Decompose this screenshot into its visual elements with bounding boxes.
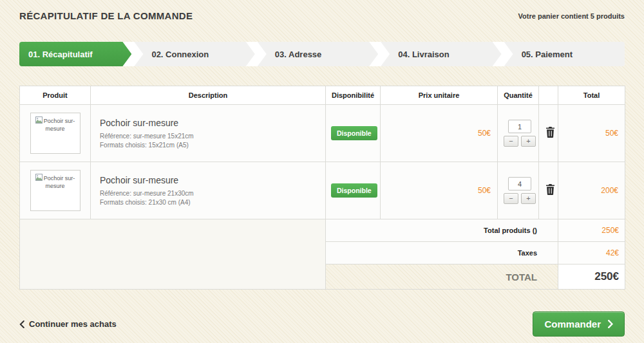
product-image-alt: Pochoir sur-mesure [44,175,75,189]
top-bar: RÉCAPITULATIF DE LA COMMANDE Votre panie… [19,10,625,21]
availability-badge: Disponible [331,126,377,140]
column-header-delete [539,86,558,105]
summary-taxes-value: 42€ [558,242,625,264]
step-livraison[interactable]: 04. Livraison [381,42,501,66]
product-description-cell: Pochoir sur-mesure Référence: sur-mesure… [91,105,326,162]
step-label: 02. Connexion [151,50,209,59]
product-thumbnail[interactable]: Pochoir sur-mesure [30,170,80,211]
step-label: 05. Paiement [522,50,573,59]
page-title: RÉCAPITULATIF DE LA COMMANDE [19,10,193,21]
continue-shopping-label: Continuer mes achats [29,319,117,329]
line-total: 200€ [601,186,618,195]
summary-products-label: Total produits () [326,219,558,242]
footer-actions: Continuer mes achats Commander [19,311,625,337]
quantity-widget: − + [503,177,536,204]
chevron-left-icon [19,320,24,328]
product-reference: Référence: sur-mesure 15x21cm [100,133,320,140]
order-button[interactable]: Commander [533,311,625,337]
product-thumbnail[interactable]: Pochoir sur-mesure [30,113,80,154]
delete-item-button[interactable] [544,125,556,141]
step-label: 03. Adresse [275,50,322,59]
product-name: Pochoir sur-mesure [100,175,320,185]
delete-item-button[interactable] [544,183,556,198]
broken-image-icon [35,116,43,124]
quantity-increase-button[interactable]: + [521,193,536,204]
column-header-availability: Disponibilité [326,86,381,105]
cart-status: Votre panier contient 5 produits [518,12,625,20]
product-description-cell: Pochoir sur-mesure Référence: sur-mesure… [91,162,326,219]
summary-taxes-label: Taxes [326,242,558,264]
table-row: Pochoir sur-mesure Pochoir sur-mesure Ré… [20,105,625,162]
quantity-buttons: − + [504,193,536,204]
quantity-buttons: − + [504,136,536,147]
quantity-decrease-button[interactable]: − [504,193,518,204]
summary-row-products: Total produits () 250€ [20,219,625,242]
delete-cell [539,105,558,162]
product-name: Pochoir sur-mesure [100,118,320,128]
delete-cell [539,162,558,219]
checkout-steps: 01. Récapitulatif 02. Connexion 03. Adre… [19,42,625,66]
order-button-label: Commander [544,319,601,329]
column-header-unit-price: Prix unitaire [381,86,498,105]
trash-icon [545,184,555,195]
product-formats: Formats choisis: 15x21cm (A5) [100,142,320,149]
unit-price: 50€ [478,129,491,138]
quantity-widget: − + [503,120,536,147]
unit-price-cell: 50€ [381,105,498,162]
summary-spacer [20,219,326,290]
column-header-description: Description [91,86,326,105]
cart-table: Produit Description Disponibilité Prix u… [19,86,625,290]
unit-price-cell: 50€ [381,162,498,219]
step-adresse[interactable]: 03. Adresse [258,42,378,66]
quantity-input[interactable] [508,120,531,133]
summary-total-label: TOTAL [326,264,558,290]
step-label: 01. Récapitulatif [28,50,93,59]
line-total: 50€ [605,129,618,138]
summary-products-value: 250€ [558,219,625,242]
step-connexion[interactable]: 02. Connexion [134,42,254,66]
column-header-product: Produit [20,86,91,105]
continue-shopping-link[interactable]: Continuer mes achats [19,319,117,329]
chevron-right-icon [608,320,613,328]
product-image-cell: Pochoir sur-mesure [20,162,91,219]
column-header-quantity: Quantité [498,86,539,105]
step-paiement[interactable]: 05. Paiement [504,42,625,66]
availability-cell: Disponible [326,105,381,162]
quantity-input[interactable] [508,177,531,190]
product-reference: Référence: sur-mesure 21x30cm [100,190,320,197]
product-formats: Formats choisis: 21x30 cm (A4) [100,199,320,206]
summary-total-value: 250€ [558,264,625,290]
checkout-page: RÉCAPITULATIF DE LA COMMANDE Votre panie… [0,0,644,337]
trash-icon [545,127,555,138]
availability-badge: Disponible [331,183,377,198]
step-label: 04. Livraison [398,50,449,59]
product-image-cell: Pochoir sur-mesure [20,105,91,162]
broken-image-icon [35,174,43,181]
availability-cell: Disponible [326,162,381,219]
unit-price: 50€ [478,186,491,195]
quantity-cell: − + [498,162,539,219]
quantity-cell: − + [498,105,539,162]
line-total-cell: 50€ [558,105,625,162]
table-header-row: Produit Description Disponibilité Prix u… [20,86,625,105]
column-header-total: Total [558,86,625,105]
line-total-cell: 200€ [558,162,625,219]
step-recapitulatif[interactable]: 01. Récapitulatif [19,42,131,66]
quantity-increase-button[interactable]: + [521,136,536,147]
quantity-decrease-button[interactable]: − [504,136,518,147]
table-row: Pochoir sur-mesure Pochoir sur-mesure Ré… [20,162,625,219]
product-image-alt: Pochoir sur-mesure [44,118,75,132]
